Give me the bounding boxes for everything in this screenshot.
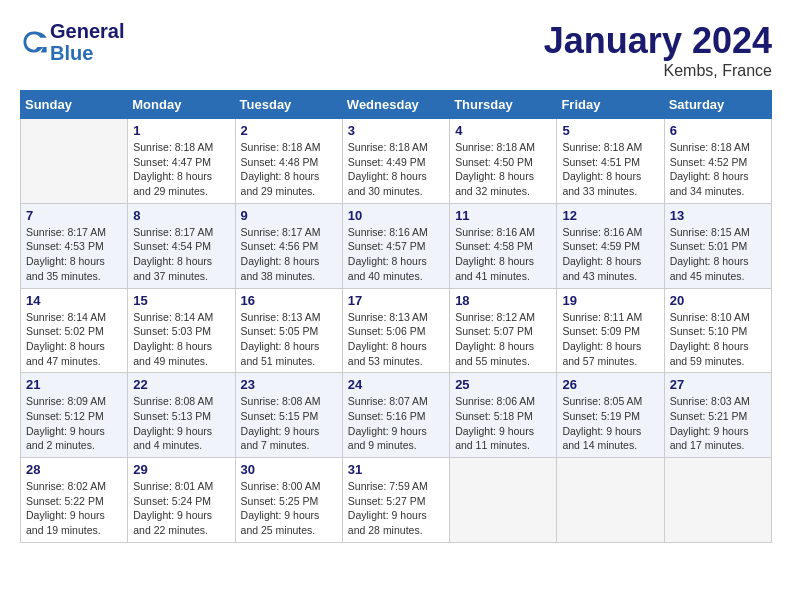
calendar-week-row: 7Sunrise: 8:17 AMSunset: 4:53 PMDaylight… [21, 203, 772, 288]
weekday-header-thursday: Thursday [450, 91, 557, 119]
calendar-cell [664, 458, 771, 543]
calendar-cell: 19Sunrise: 8:11 AMSunset: 5:09 PMDayligh… [557, 288, 664, 373]
calendar-cell: 14Sunrise: 8:14 AMSunset: 5:02 PMDayligh… [21, 288, 128, 373]
calendar-cell: 17Sunrise: 8:13 AMSunset: 5:06 PMDayligh… [342, 288, 449, 373]
day-info: Sunrise: 8:02 AMSunset: 5:22 PMDaylight:… [26, 479, 122, 538]
calendar-cell: 22Sunrise: 8:08 AMSunset: 5:13 PMDayligh… [128, 373, 235, 458]
day-info: Sunrise: 8:16 AMSunset: 4:59 PMDaylight:… [562, 225, 658, 284]
calendar-week-row: 1Sunrise: 8:18 AMSunset: 4:47 PMDaylight… [21, 119, 772, 204]
day-number: 1 [133, 123, 229, 138]
day-number: 21 [26, 377, 122, 392]
day-info: Sunrise: 8:12 AMSunset: 5:07 PMDaylight:… [455, 310, 551, 369]
day-info: Sunrise: 8:13 AMSunset: 5:06 PMDaylight:… [348, 310, 444, 369]
weekday-header-row: SundayMondayTuesdayWednesdayThursdayFrid… [21, 91, 772, 119]
calendar-cell: 24Sunrise: 8:07 AMSunset: 5:16 PMDayligh… [342, 373, 449, 458]
day-number: 17 [348, 293, 444, 308]
calendar-cell: 13Sunrise: 8:15 AMSunset: 5:01 PMDayligh… [664, 203, 771, 288]
calendar-cell: 31Sunrise: 7:59 AMSunset: 5:27 PMDayligh… [342, 458, 449, 543]
calendar-cell: 16Sunrise: 8:13 AMSunset: 5:05 PMDayligh… [235, 288, 342, 373]
calendar-cell: 29Sunrise: 8:01 AMSunset: 5:24 PMDayligh… [128, 458, 235, 543]
day-number: 30 [241, 462, 337, 477]
day-info: Sunrise: 8:03 AMSunset: 5:21 PMDaylight:… [670, 394, 766, 453]
weekday-header-friday: Friday [557, 91, 664, 119]
day-number: 15 [133, 293, 229, 308]
calendar-cell: 5Sunrise: 8:18 AMSunset: 4:51 PMDaylight… [557, 119, 664, 204]
day-number: 14 [26, 293, 122, 308]
logo-icon [20, 28, 48, 56]
day-number: 18 [455, 293, 551, 308]
calendar-cell: 1Sunrise: 8:18 AMSunset: 4:47 PMDaylight… [128, 119, 235, 204]
calendar-cell [450, 458, 557, 543]
logo-text: General Blue [50, 20, 124, 64]
calendar-cell: 20Sunrise: 8:10 AMSunset: 5:10 PMDayligh… [664, 288, 771, 373]
day-info: Sunrise: 8:17 AMSunset: 4:54 PMDaylight:… [133, 225, 229, 284]
day-info: Sunrise: 8:18 AMSunset: 4:48 PMDaylight:… [241, 140, 337, 199]
calendar-cell: 10Sunrise: 8:16 AMSunset: 4:57 PMDayligh… [342, 203, 449, 288]
day-number: 12 [562, 208, 658, 223]
calendar-cell: 18Sunrise: 8:12 AMSunset: 5:07 PMDayligh… [450, 288, 557, 373]
day-number: 10 [348, 208, 444, 223]
day-info: Sunrise: 8:08 AMSunset: 5:13 PMDaylight:… [133, 394, 229, 453]
day-info: Sunrise: 8:07 AMSunset: 5:16 PMDaylight:… [348, 394, 444, 453]
day-number: 25 [455, 377, 551, 392]
calendar-cell: 6Sunrise: 8:18 AMSunset: 4:52 PMDaylight… [664, 119, 771, 204]
calendar-week-row: 28Sunrise: 8:02 AMSunset: 5:22 PMDayligh… [21, 458, 772, 543]
day-info: Sunrise: 8:13 AMSunset: 5:05 PMDaylight:… [241, 310, 337, 369]
day-info: Sunrise: 8:16 AMSunset: 4:58 PMDaylight:… [455, 225, 551, 284]
day-number: 24 [348, 377, 444, 392]
day-number: 28 [26, 462, 122, 477]
calendar-cell: 3Sunrise: 8:18 AMSunset: 4:49 PMDaylight… [342, 119, 449, 204]
calendar-cell: 26Sunrise: 8:05 AMSunset: 5:19 PMDayligh… [557, 373, 664, 458]
page-header: General Blue January 2024 Kembs, France [20, 20, 772, 80]
logo: General Blue [20, 20, 124, 64]
day-number: 5 [562, 123, 658, 138]
day-number: 26 [562, 377, 658, 392]
day-number: 20 [670, 293, 766, 308]
calendar-cell: 7Sunrise: 8:17 AMSunset: 4:53 PMDaylight… [21, 203, 128, 288]
calendar-cell [557, 458, 664, 543]
day-info: Sunrise: 8:16 AMSunset: 4:57 PMDaylight:… [348, 225, 444, 284]
day-info: Sunrise: 8:14 AMSunset: 5:02 PMDaylight:… [26, 310, 122, 369]
weekday-header-sunday: Sunday [21, 91, 128, 119]
day-info: Sunrise: 8:17 AMSunset: 4:53 PMDaylight:… [26, 225, 122, 284]
calendar-cell: 9Sunrise: 8:17 AMSunset: 4:56 PMDaylight… [235, 203, 342, 288]
calendar-cell [21, 119, 128, 204]
day-number: 27 [670, 377, 766, 392]
month-title: January 2024 [544, 20, 772, 62]
weekday-header-monday: Monday [128, 91, 235, 119]
day-number: 9 [241, 208, 337, 223]
calendar-cell: 30Sunrise: 8:00 AMSunset: 5:25 PMDayligh… [235, 458, 342, 543]
calendar-cell: 25Sunrise: 8:06 AMSunset: 5:18 PMDayligh… [450, 373, 557, 458]
day-info: Sunrise: 8:14 AMSunset: 5:03 PMDaylight:… [133, 310, 229, 369]
day-info: Sunrise: 8:15 AMSunset: 5:01 PMDaylight:… [670, 225, 766, 284]
day-number: 22 [133, 377, 229, 392]
day-number: 2 [241, 123, 337, 138]
calendar-cell: 15Sunrise: 8:14 AMSunset: 5:03 PMDayligh… [128, 288, 235, 373]
calendar-cell: 11Sunrise: 8:16 AMSunset: 4:58 PMDayligh… [450, 203, 557, 288]
day-info: Sunrise: 8:10 AMSunset: 5:10 PMDaylight:… [670, 310, 766, 369]
day-info: Sunrise: 8:06 AMSunset: 5:18 PMDaylight:… [455, 394, 551, 453]
day-number: 13 [670, 208, 766, 223]
calendar-cell: 4Sunrise: 8:18 AMSunset: 4:50 PMDaylight… [450, 119, 557, 204]
day-info: Sunrise: 8:18 AMSunset: 4:49 PMDaylight:… [348, 140, 444, 199]
day-info: Sunrise: 8:18 AMSunset: 4:50 PMDaylight:… [455, 140, 551, 199]
weekday-header-saturday: Saturday [664, 91, 771, 119]
day-number: 31 [348, 462, 444, 477]
calendar-cell: 12Sunrise: 8:16 AMSunset: 4:59 PMDayligh… [557, 203, 664, 288]
day-number: 8 [133, 208, 229, 223]
day-info: Sunrise: 8:01 AMSunset: 5:24 PMDaylight:… [133, 479, 229, 538]
day-number: 4 [455, 123, 551, 138]
calendar-week-row: 14Sunrise: 8:14 AMSunset: 5:02 PMDayligh… [21, 288, 772, 373]
day-info: Sunrise: 7:59 AMSunset: 5:27 PMDaylight:… [348, 479, 444, 538]
day-info: Sunrise: 8:08 AMSunset: 5:15 PMDaylight:… [241, 394, 337, 453]
calendar-cell: 28Sunrise: 8:02 AMSunset: 5:22 PMDayligh… [21, 458, 128, 543]
weekday-header-tuesday: Tuesday [235, 91, 342, 119]
day-info: Sunrise: 8:00 AMSunset: 5:25 PMDaylight:… [241, 479, 337, 538]
day-number: 11 [455, 208, 551, 223]
day-number: 3 [348, 123, 444, 138]
day-number: 6 [670, 123, 766, 138]
calendar-week-row: 21Sunrise: 8:09 AMSunset: 5:12 PMDayligh… [21, 373, 772, 458]
day-info: Sunrise: 8:05 AMSunset: 5:19 PMDaylight:… [562, 394, 658, 453]
day-info: Sunrise: 8:18 AMSunset: 4:47 PMDaylight:… [133, 140, 229, 199]
title-block: January 2024 Kembs, France [544, 20, 772, 80]
